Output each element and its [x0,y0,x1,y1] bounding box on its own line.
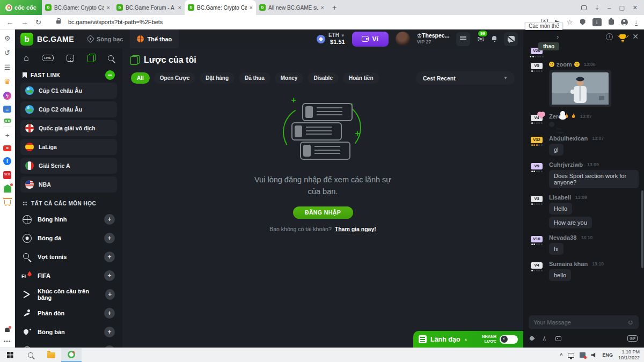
sport-basketball[interactable]: Bóng rổ [15,343,122,348]
calendar-icon[interactable] [67,55,74,62]
expand-plus-button[interactable] [104,308,115,319]
browser-tab-3-active[interactable]: BC.Game: Crypto Casino Gan × [185,0,256,15]
sport-fifa[interactable]: FIFA [15,268,122,284]
message-author[interactable]: Nevada3813:10 [549,233,639,241]
lock-icon[interactable] [56,20,61,24]
taskbar-search-button[interactable] [20,348,41,362]
sport-table-tennis[interactable]: Bóng bàn [15,324,122,340]
bcgame-logo-icon[interactable] [20,33,33,46]
home-icon[interactable]: ⌂ [24,54,29,62]
network-icon[interactable] [568,353,574,358]
bell-icon[interactable] [491,36,497,42]
start-button[interactable] [0,348,20,362]
extensions-icon[interactable] [609,19,614,25]
expand-plus-button[interactable] [105,289,115,300]
shield-icon[interactable] [580,19,586,25]
leaderboard-bar[interactable]: Lãnh đạo ▲ NHANH LƯỢC ⚡ [413,331,523,348]
info-icon[interactable]: ! [606,33,613,40]
sport-tennis[interactable]: Vợt tennis [15,249,122,265]
fast-link-cup-c1[interactable]: Cúp C1 châu Âu [20,83,117,99]
message-author[interactable]: Cuhrjvrziwb13:09 [549,160,639,168]
back-icon[interactable]: ← [6,19,13,26]
clock[interactable]: 1:10 PM 10/1/2022 [618,349,640,361]
message-author[interactable]: Lisabell13:09 [549,193,639,201]
search-icon[interactable] [108,55,114,61]
fast-link-laliga[interactable]: LaLiga [20,139,117,155]
coupon-icon[interactable] [555,336,561,341]
sport-ice-hockey[interactable]: Khúc côn cầu trên băng [15,286,122,302]
news-feed-icon[interactable]: ☰ [3,63,12,71]
my-bets-icon[interactable] [87,54,95,62]
sticker-message[interactable]: You make my heart smile. [549,122,554,127]
live-icon[interactable]: LIVE [42,55,53,61]
currency-selector[interactable]: ETH ▼ $1.51 [317,32,345,46]
sport-soccer[interactable]: Bóng đá [15,230,122,246]
filter-open[interactable]: Open Cược [154,72,195,84]
fast-link-nba[interactable]: NBA [20,176,117,193]
crown-icon[interactable]: ♛ [3,77,12,86]
browser-tab-1[interactable]: BC.Game: Crypto Casino Gan × [42,0,113,15]
nav-sports[interactable]: Thể thao [130,29,179,48]
close-button[interactable]: ✕ [633,4,638,11]
fast-link-serie-a[interactable]: Giải Serie A [20,158,117,174]
forward-icon[interactable]: → [21,19,28,26]
login-button[interactable]: ĐĂNG NHẬP [293,206,353,219]
fast-link-premier-league[interactable]: Quốc gia giải vô địch [20,120,117,136]
tab-close-icon[interactable]: × [178,4,181,11]
downloads-icon[interactable]: ⇣ [595,4,599,11]
chat-toggle-button[interactable] [504,32,518,46]
gamepad-icon[interactable] [4,119,11,123]
history-icon[interactable]: ↺ [3,48,12,57]
expand-plus-button[interactable] [104,252,115,262]
file-explorer-button[interactable] [41,348,61,362]
chevron-right-icon[interactable]: › [557,33,559,41]
wallet-button[interactable]: Ví [352,32,389,47]
shopping-cart-icon[interactable] [4,200,11,204]
reload-icon[interactable]: ↻ [35,19,41,26]
join-now-link[interactable]: Tham gia ngay! [335,226,376,232]
filter-all[interactable]: All [131,72,150,84]
filter-disable[interactable]: Disable [308,72,339,84]
download-tray-icon[interactable]: ↓ [635,19,638,26]
message-author[interactable]: Sumaira khan13:10 [549,259,639,267]
collapse-button[interactable] [105,70,115,80]
tab-close-icon[interactable]: × [107,4,110,11]
messenger-icon[interactable]: ϟ [3,92,11,100]
filter-placed[interactable]: Đặt hàng [200,72,235,84]
expand-plus-button[interactable] [104,233,115,243]
expand-plus-button[interactable] [104,327,115,337]
tab-close-icon[interactable]: × [250,4,253,11]
new-tab-button[interactable]: + [327,3,341,12]
expand-plus-button[interactable] [104,270,115,281]
sort-dropdown[interactable]: Cest Recent ▼ [416,71,515,85]
minimize-button[interactable]: – [608,4,611,11]
gif-picker-button[interactable]: GIF [627,335,638,342]
show-hidden-icons[interactable]: ^ [560,352,562,358]
filter-lost[interactable]: Đã thua [239,72,270,84]
tab-close-icon[interactable]: × [321,4,324,11]
inbox-button[interactable]: ✉ 99 [477,34,484,44]
url-text[interactable]: bc.game/vi/sports?bt-path=%2Fbets [68,19,163,25]
coccoc-taskbar-button[interactable] [61,348,82,362]
rain-icon[interactable] [529,335,535,341]
sport-basketball-sim[interactable]: Bóng hình [15,211,122,227]
add-shortcut-icon[interactable]: + [3,131,12,139]
chat-scrollbar[interactable] [641,190,643,268]
browser-tab-2[interactable]: BC.Game Forum - A Cryptoc × [113,0,185,15]
close-chat-icon[interactable]: ✕ [632,32,639,41]
fast-link-cup-c2[interactable]: Cúp C2 châu Âu [20,101,117,117]
notification-icon[interactable] [580,352,586,358]
speaker-icon[interactable] [591,352,597,358]
bet-slip-list-button[interactable] [456,32,470,46]
bcgame-logo-text[interactable]: BC.GAME [37,35,74,43]
filter-refund[interactable]: Hoàn tiền [343,72,379,84]
gif-message[interactable] [549,70,611,107]
zalo-icon[interactable]: ☰ [3,106,11,113]
quick-bet-toggle[interactable]: ⚡ [500,335,518,344]
facebook-icon[interactable]: f [3,157,11,165]
expand-plus-button[interactable] [104,214,115,225]
shopee-sale-icon[interactable]: 10.10 [3,171,11,179]
notification-bell-icon[interactable] [4,327,10,333]
filter-money[interactable]: Money [275,72,304,84]
youtube-icon[interactable] [3,145,11,151]
